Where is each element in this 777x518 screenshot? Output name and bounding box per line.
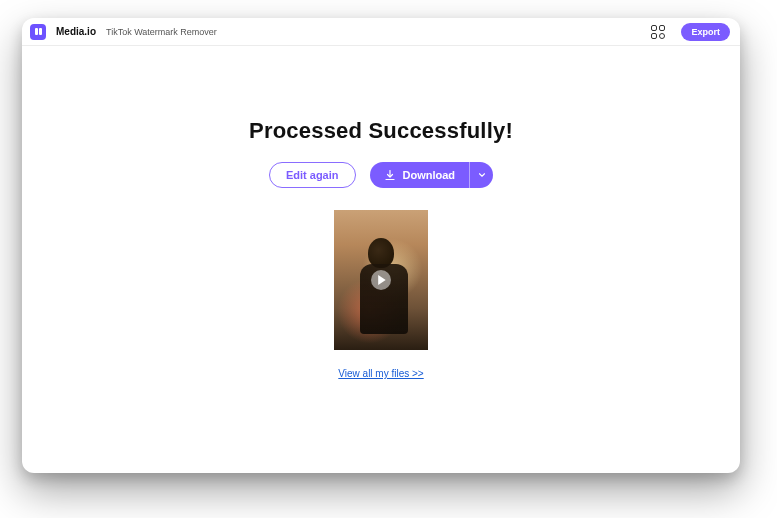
- app-window: Media.io TikTok Watermark Remover Export…: [22, 18, 740, 473]
- chevron-down-icon: [477, 168, 487, 183]
- export-button[interactable]: Export: [681, 23, 730, 41]
- play-button[interactable]: [371, 270, 391, 290]
- download-options-button[interactable]: [469, 162, 493, 188]
- download-label: Download: [403, 169, 456, 181]
- media-io-logo-icon: [30, 24, 46, 40]
- download-icon: [384, 169, 396, 181]
- action-row: Edit again Download: [269, 162, 493, 188]
- apps-grid-icon[interactable]: [651, 25, 665, 39]
- topbar: Media.io TikTok Watermark Remover Export: [22, 18, 740, 46]
- edit-again-button[interactable]: Edit again: [269, 162, 356, 188]
- svg-marker-0: [378, 275, 386, 285]
- play-icon: [377, 275, 386, 285]
- video-preview[interactable]: [334, 210, 428, 350]
- view-all-files-link[interactable]: View all my files >>: [338, 368, 423, 379]
- tool-name: TikTok Watermark Remover: [106, 27, 217, 37]
- page-title: Processed Successfully!: [249, 118, 513, 144]
- main-content: Processed Successfully! Edit again Downl…: [22, 46, 740, 473]
- brand-name: Media.io: [56, 26, 96, 37]
- download-split-button: Download: [370, 162, 494, 188]
- download-button[interactable]: Download: [370, 162, 470, 188]
